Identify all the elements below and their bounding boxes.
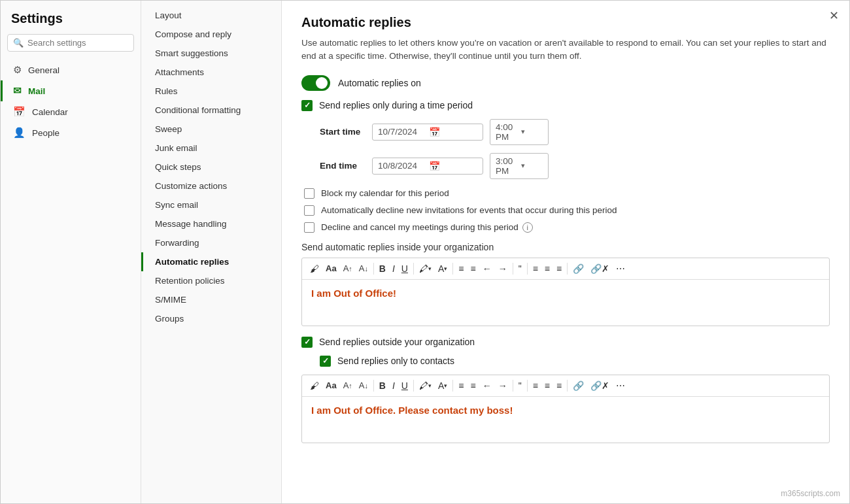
align-center-btn[interactable]: ≡: [542, 262, 552, 275]
bold-btn[interactable]: B: [377, 262, 388, 275]
decline-meetings-info-icon[interactable]: i: [522, 222, 533, 233]
send-outside-org-checkbox[interactable]: ✓: [301, 337, 313, 348]
inside-org-editor: 🖌 Aa A↑ A↓ B I U 🖍▾ A▾ ≡ ≡ ← →: [301, 258, 830, 326]
nav-forwarding[interactable]: Forwarding: [141, 233, 281, 252]
start-calendar-icon[interactable]: 📅: [429, 127, 477, 137]
out-increase-font-btn[interactable]: A↑: [341, 379, 355, 392]
out-more-btn[interactable]: ⋯: [613, 379, 628, 392]
out-format-painter-btn[interactable]: 🖌: [307, 379, 322, 392]
out-align-left-btn[interactable]: ≡: [530, 379, 541, 392]
start-date-input[interactable]: 10/7/2024 📅: [372, 124, 483, 141]
underline-btn[interactable]: U: [399, 262, 411, 275]
options-section: Block my calendar for this period Automa…: [301, 188, 830, 233]
sidebar-item-people[interactable]: 👤 People: [1, 122, 141, 143]
app-container: Settings 🔍 ⚙ General ✉ Mail 📅 Calendar: [0, 0, 850, 504]
font-size-btn[interactable]: Aa: [323, 262, 339, 275]
checkmark-icon: ✓: [304, 101, 311, 110]
out-insert-link-btn[interactable]: 🔗: [570, 379, 586, 392]
format-painter-btn[interactable]: 🖌: [307, 262, 322, 275]
start-time-label: Start time: [320, 127, 372, 137]
out-sep6: [567, 380, 568, 392]
sidebar-item-calendar[interactable]: 📅 Calendar: [1, 101, 141, 122]
out-remove-link-btn[interactable]: 🔗✗: [588, 379, 612, 392]
inside-org-content[interactable]: I am Out of Office!: [302, 280, 829, 326]
sidebar-item-general[interactable]: ⚙ General: [1, 59, 141, 80]
nav-groups[interactable]: Groups: [141, 309, 281, 328]
nav-conditional-formatting[interactable]: Conditional formatting: [141, 101, 281, 120]
toggle-label: Automatic replies on: [338, 78, 421, 88]
nav-rules[interactable]: Rules: [141, 82, 281, 101]
out-bold-btn[interactable]: B: [377, 379, 388, 392]
nav-sync-email[interactable]: Sync email: [141, 195, 281, 214]
search-box[interactable]: 🔍: [7, 34, 134, 52]
font-color-btn[interactable]: A▾: [435, 262, 450, 275]
out-align-right-btn[interactable]: ≡: [554, 379, 564, 392]
out-quote-btn[interactable]: ": [516, 379, 524, 392]
numbering-btn[interactable]: ≡: [468, 262, 478, 275]
page-description: Use automatic replies to let others know…: [301, 37, 830, 63]
out-indent-btn[interactable]: →: [496, 379, 510, 392]
search-input[interactable]: [27, 38, 128, 48]
nav-junk-email[interactable]: Junk email: [141, 139, 281, 158]
remove-link-btn[interactable]: 🔗✗: [588, 262, 612, 275]
indent-btn[interactable]: →: [496, 262, 510, 275]
automatic-replies-toggle-row: Automatic replies on: [301, 75, 830, 91]
general-icon: ⚙: [13, 64, 22, 76]
nav-smart-suggestions[interactable]: Smart suggestions: [141, 44, 281, 63]
nav-compose-reply[interactable]: Compose and reply: [141, 25, 281, 44]
end-time-row: End time 10/8/2024 📅 3:00 PM ▾: [320, 153, 830, 179]
insert-link-btn[interactable]: 🔗: [570, 262, 586, 275]
increase-font-btn[interactable]: A↑: [341, 262, 355, 275]
quote-btn[interactable]: ": [516, 262, 524, 275]
send-during-period-label: Send replies only during a time period: [319, 100, 473, 110]
nav-layout[interactable]: Layout: [141, 6, 281, 25]
start-time-select[interactable]: 4:00 PM ▾: [490, 119, 549, 145]
nav-automatic-replies[interactable]: Automatic replies: [141, 252, 281, 271]
out-bullets-btn[interactable]: ≡: [456, 379, 466, 392]
outside-org-content[interactable]: I am Out of Office. Please contact my bo…: [302, 397, 829, 443]
end-calendar-icon[interactable]: 📅: [429, 161, 477, 171]
decrease-font-btn[interactable]: A↓: [356, 262, 371, 275]
end-time-select[interactable]: 3:00 PM ▾: [490, 153, 549, 179]
end-date-input[interactable]: 10/8/2024 📅: [372, 158, 483, 175]
block-calendar-label: Block my calendar for this period: [321, 188, 449, 198]
nav-group: ⚙ General ✉ Mail 📅 Calendar 👤 People: [1, 59, 141, 143]
out-align-center-btn[interactable]: ≡: [542, 379, 552, 392]
inside-org-toolbar: 🖌 Aa A↑ A↓ B I U 🖍▾ A▾ ≡ ≡ ← →: [302, 258, 829, 280]
out-sep2: [413, 380, 414, 392]
out-decrease-font-btn[interactable]: A↓: [356, 379, 371, 392]
out-outdent-btn[interactable]: ←: [480, 379, 494, 392]
start-date-value: 10/7/2024: [378, 127, 426, 137]
nav-customize-actions[interactable]: Customize actions: [141, 176, 281, 195]
out-font-size-btn[interactable]: Aa: [323, 379, 339, 392]
automatic-replies-toggle[interactable]: [301, 75, 330, 91]
outdent-btn[interactable]: ←: [480, 262, 494, 275]
close-button[interactable]: ✕: [829, 8, 839, 23]
send-during-period-checkbox[interactable]: ✓: [301, 100, 313, 111]
bullets-btn[interactable]: ≡: [456, 262, 466, 275]
decline-meetings-label: Decline and cancel my meetings during th…: [321, 222, 518, 232]
calendar-icon: 📅: [13, 106, 26, 118]
nav-message-handling[interactable]: Message handling: [141, 214, 281, 233]
watermark: m365scripts.com: [781, 489, 840, 498]
nav-retention-policies[interactable]: Retention policies: [141, 271, 281, 290]
highlight-btn[interactable]: 🖍▾: [416, 262, 434, 275]
more-btn[interactable]: ⋯: [613, 262, 628, 275]
nav-sweep[interactable]: Sweep: [141, 120, 281, 139]
out-font-color-btn[interactable]: A▾: [435, 379, 450, 392]
decline-invitations-checkbox[interactable]: [304, 205, 314, 216]
send-outside-contacts-checkbox[interactable]: ✓: [320, 356, 331, 367]
block-calendar-checkbox[interactable]: [304, 188, 314, 199]
out-numbering-btn[interactable]: ≡: [468, 379, 478, 392]
nav-smime[interactable]: S/MIME: [141, 290, 281, 309]
out-highlight-btn[interactable]: 🖍▾: [416, 379, 434, 392]
nav-attachments[interactable]: Attachments: [141, 63, 281, 82]
out-underline-btn[interactable]: U: [399, 379, 411, 392]
decline-meetings-checkbox[interactable]: [304, 222, 314, 233]
nav-quick-steps[interactable]: Quick steps: [141, 158, 281, 176]
align-right-btn[interactable]: ≡: [554, 262, 564, 275]
italic-btn[interactable]: I: [390, 262, 398, 275]
align-left-btn[interactable]: ≡: [530, 262, 541, 275]
sidebar-item-mail[interactable]: ✉ Mail: [1, 80, 141, 101]
out-italic-btn[interactable]: I: [390, 379, 398, 392]
